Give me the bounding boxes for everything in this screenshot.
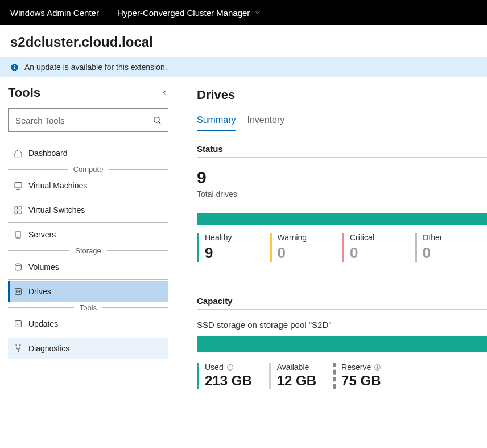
capacity-description: SSD storage on storage pool "S2D" [197,320,487,330]
capacity-value: 75 GB [341,373,381,389]
cluster-name: s2dcluster.cloud.local [0,25,487,57]
context-label: Hyper-Converged Cluster Manager [117,8,250,18]
svg-point-21 [18,351,18,352]
capacity-heading: Capacity [197,296,487,310]
sidebar-item-drives[interactable]: Drives [8,281,168,302]
status-value: 0 [350,244,415,262]
capacity-value: 12 GB [277,373,316,389]
svg-rect-9 [15,211,18,213]
info-icon [10,63,19,72]
sidebar-item-diagnostics[interactable]: Diagnostics [8,338,168,359]
tab-inventory[interactable]: Inventory [247,115,284,131]
svg-rect-1 [14,67,15,69]
server-icon [14,230,23,239]
tabs: Summary Inventory [197,115,487,131]
svg-rect-17 [15,321,22,327]
status-breakdown: Healthy 9 Warning 0 Critical 0 Other 0 [197,233,487,262]
diagnostics-icon [14,344,23,353]
sidebar-group-tools: Tools [8,303,168,312]
context-dropdown[interactable]: Hyper-Converged Cluster Manager [117,8,261,18]
sidebar-item-label: Dashboard [28,149,68,158]
svg-point-3 [154,117,159,122]
svg-rect-7 [15,207,18,209]
capacity-label: Reserve [341,363,371,372]
sidebar-group-compute: Compute [8,165,168,174]
total-drives-label: Total drives [197,190,487,199]
search-input[interactable] [8,108,168,132]
sidebar-item-label: Drives [28,287,51,296]
status-warning: Warning 0 [270,233,342,262]
status-value: 0 [423,244,488,262]
svg-rect-2 [14,65,15,65]
page-title: Drives [197,88,487,102]
switch-icon [14,205,23,215]
sidebar-item-virtual-switches[interactable]: Virtual Switches [8,199,168,221]
sidebar-group-storage: Storage [8,246,168,255]
status-label: Warning [278,233,342,242]
svg-rect-10 [19,211,22,213]
status-label: Other [423,233,488,242]
svg-line-4 [159,122,160,124]
capacity-bar [197,336,487,352]
main-content: Drives Summary Inventory Status 9 Total … [176,77,487,406]
sidebar-item-label: Updates [28,319,58,328]
status-other: Other 0 [415,233,488,262]
svg-rect-5 [15,183,22,188]
updates-icon [14,319,23,328]
search-icon [152,116,162,125]
capacity-value: 213 GB [205,373,252,389]
sidebar-item-label: Virtual Switches [28,205,85,215]
chevron-down-icon [254,9,261,16]
brand-link[interactable]: Windows Admin Center [10,8,99,18]
capacity-reserve: Reserve 75 GB [333,363,381,389]
capacity-label: Used [205,363,224,372]
sidebar-item-servers[interactable]: Servers [8,224,168,245]
total-drives-value: 9 [197,168,487,187]
sidebar-item-label: Diagnostics [28,344,69,353]
sidebar-item-label: Volumes [28,262,59,272]
capacity-breakdown: Used 213 GB Available 12 GB Reserve 75 G… [197,363,487,389]
top-bar: Windows Admin Center Hyper-Converged Clu… [0,0,487,25]
tab-summary[interactable]: Summary [197,115,236,131]
status-heading: Status [197,144,487,158]
svg-point-13 [15,264,22,266]
update-notification[interactable]: An update is available for this extensio… [0,57,487,77]
vm-icon [14,181,23,190]
status-label: Critical [350,233,415,242]
status-critical: Critical 0 [342,233,415,262]
status-value: 0 [278,244,342,262]
sidebar-title: Tools [8,85,40,100]
status-value: 9 [205,244,270,262]
capacity-label: Available [277,363,309,372]
notification-text: An update is available for this extensio… [24,63,167,72]
sidebar: Tools Dashboard Compute Virtual Machines… [0,77,176,406]
sidebar-item-updates[interactable]: Updates [8,313,168,335]
svg-point-16 [18,291,18,291]
status-bar [197,213,487,225]
info-icon[interactable] [374,364,381,371]
sidebar-item-dashboard[interactable]: Dashboard [8,142,168,164]
status-healthy: Healthy 9 [197,233,270,262]
svg-rect-11 [16,231,20,238]
svg-point-27 [377,365,378,366]
collapse-sidebar-button[interactable] [160,89,168,97]
sidebar-item-label: Virtual Machines [28,181,87,190]
sidebar-item-virtual-machines[interactable]: Virtual Machines [8,175,168,196]
capacity-available: Available 12 GB [269,363,316,389]
svg-point-24 [230,365,230,366]
volume-icon [14,262,23,272]
capacity-used: Used 213 GB [197,363,252,389]
sidebar-item-volumes[interactable]: Volumes [8,256,168,278]
search-tools [8,108,168,132]
sidebar-item-label: Servers [28,230,56,239]
svg-rect-8 [19,207,22,209]
home-icon [14,149,23,158]
info-icon[interactable] [226,364,234,371]
drive-icon [14,287,23,296]
status-label: Healthy [205,233,270,242]
